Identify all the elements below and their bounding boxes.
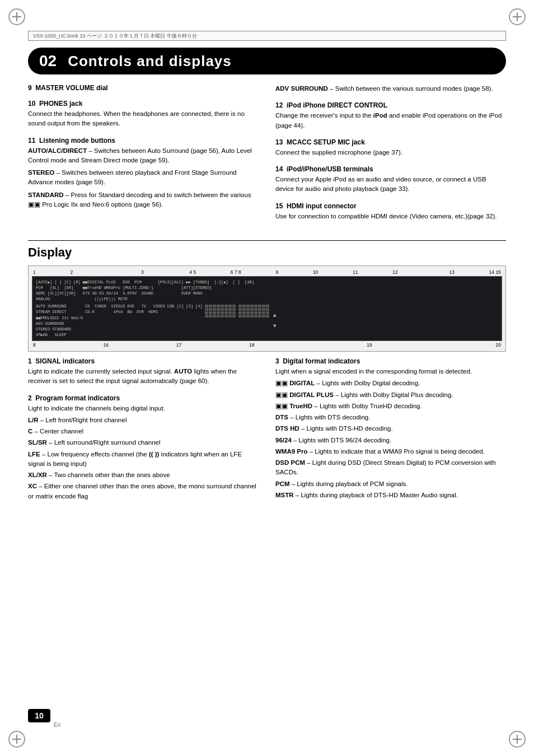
display-format-col: ▣▣DIGITAL PLUS DSD PCM ▣▣TrueHD WMA9Pro … (83, 279, 156, 302)
section-2: 2 Program format indicators Light to ind… (28, 394, 259, 501)
section-1: 1 SIGNAL indicators Light to indicate th… (28, 357, 259, 386)
display-bargraph: ▲ ▼ (205, 305, 277, 338)
display-middle-col: [POLS][ALC] ▶▶ [TUNED] [ATT][STEREO] OVE… (158, 279, 212, 296)
right-column: ADV SURROUND – Switch between the variou… (275, 84, 506, 229)
section-12: 12 iPod iPhone DIRECT CONTROL Change the… (275, 101, 506, 130)
display-signal-col: [AUTO▲] [ ] [C] [R] PCM [SL] [SR] HDMI [… (36, 279, 81, 302)
page-number-box: 10 (28, 709, 50, 722)
main-two-column: 9 MASTER VOLUME dial 10 PHONES jack Conn… (28, 84, 506, 229)
corner-decoration-bl (8, 731, 25, 748)
display-row-1: [AUTO▲] [ ] [C] [R] PCM [SL] [SR] HDMI [… (36, 279, 498, 302)
section-12-body: Change the receiver's input to the iPod … (275, 111, 506, 130)
bottom-left-column: 1 SIGNAL indicators Light to indicate th… (28, 357, 259, 509)
header-text: VSX-1020_UC.book 10 ページ ２０１０年１月７日 木曜日 午後… (33, 32, 197, 40)
page-lang: En (54, 722, 60, 728)
section-2-body: Light to indicate the channels being dig… (28, 404, 259, 501)
section-9: 9 MASTER VOLUME dial (28, 84, 259, 92)
corner-decoration-br (509, 731, 526, 748)
chapter-header: 02 Controls and displays (28, 48, 506, 74)
bottom-two-column: 1 SIGNAL indicators Light to indicate th… (28, 357, 506, 509)
section-14-title: 14 iPod/iPhone/USB terminals (275, 165, 506, 173)
section-15-title: 15 HDMI input connector (275, 202, 506, 210)
chapter-title: Controls and displays (68, 53, 232, 70)
section-adv-body: ADV SURROUND – Switch between the variou… (275, 84, 506, 94)
section-15-body: Use for connection to compatible HDMI de… (275, 212, 506, 221)
section-3: 3 Digital format indicators Light when a… (275, 357, 506, 500)
diagram-bottom-numbers: 8 16 17 18 19 20 (32, 342, 502, 348)
corner-decoration-tl (8, 8, 25, 25)
section-11-title: 11 Listening mode buttons (28, 137, 259, 144)
display-body: [AUTO▲] [ ] [C] [R] PCM [SL] [SR] HDMI [… (32, 276, 502, 341)
section-13-body: Connect the supplied microphone (page 37… (275, 148, 506, 157)
section-13: 13 MCACC SETUP MIC jack Connect the supp… (275, 138, 506, 157)
display-title: Display (28, 245, 506, 260)
section-15: 15 HDMI input connector Use for connecti… (275, 202, 506, 221)
section-9-title: 9 MASTER VOLUME dial (28, 84, 259, 92)
content-area: 9 MASTER VOLUME dial 10 PHONES jack Conn… (28, 84, 506, 518)
section-10-body: Connect the headphones. When the headpho… (28, 109, 259, 129)
section-11: 11 Listening mode buttons AUTO/ALC/DIREC… (28, 137, 259, 210)
section-3-body: Light when a signal encoded in the corre… (275, 367, 506, 500)
section-3-title: 3 Digital format indicators (275, 357, 506, 365)
page-number: 10 (35, 711, 44, 720)
section-1-title: 1 SIGNAL indicators (28, 357, 259, 365)
diagram-top-numbers: 1 2 3 4 5 6 7 8 9 10 11 12 13 14 15 (32, 269, 502, 275)
section-14-body: Connect your Apple iPod as an audio and … (275, 175, 506, 194)
display-diagram: 1 2 3 4 5 6 7 8 9 10 11 12 13 14 15 [AUT… (28, 265, 506, 352)
section-12-title: 12 iPod iPhone DIRECT CONTROL (275, 101, 506, 109)
header-bar: VSX-1020_UC.book 10 ページ ２０１０年１月７日 木曜日 午後… (28, 31, 506, 41)
section-10-title: 10 PHONES jack (28, 100, 259, 108)
section-adv-surround: ADV SURROUND – Switch between the variou… (275, 84, 506, 94)
section-1-body: Light to indicate the currently selected… (28, 367, 259, 386)
section-10: 10 PHONES jack Connect the headphones. W… (28, 100, 259, 129)
section-2-title: 2 Program format indicators (28, 394, 259, 402)
bottom-right-column: 3 Digital format indicators Light when a… (275, 357, 506, 509)
corner-decoration-tr (509, 8, 526, 25)
left-column: 9 MASTER VOLUME dial 10 PHONES jack Conn… (28, 84, 259, 229)
chapter-number: 02 (39, 52, 57, 70)
display-row-2: AUTO SURROUND STREAM DIRECT ▣▣PROLOGIC I… (36, 304, 498, 338)
display-section: Display 1 2 3 4 5 6 7 8 9 10 11 12 13 14… (28, 240, 506, 509)
section-13-title: 13 MCACC SETUP MIC jack (275, 138, 506, 146)
section-11-body: AUTO/ALC/DIRECT – Switches between Auto … (28, 146, 259, 210)
display-source-col: [♩][▲] [ ] [dB] (214, 279, 259, 285)
section-14: 14 iPod/iPhone/USB terminals Connect you… (275, 165, 506, 194)
